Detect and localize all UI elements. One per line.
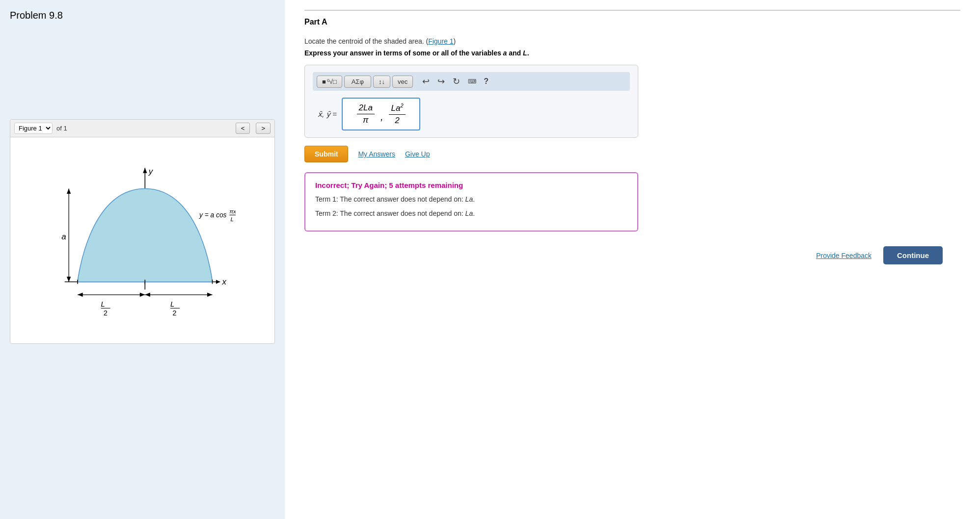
sqrt-button[interactable]: ■ ⁰√□ [317,76,342,88]
svg-text:y = a cos: y = a cos [199,211,226,219]
term2-denominator: 2 [393,115,401,126]
keyboard-button[interactable]: ⌨ [465,77,479,86]
svg-text:L: L [230,216,233,222]
figure-next-button[interactable]: > [256,123,271,134]
give-up-button[interactable]: Give Up [405,150,430,158]
svg-marker-15 [78,293,83,297]
figure-container: Figure 1 of 1 < > y x [10,119,275,344]
svg-text:L: L [101,300,105,308]
provide-feedback-button[interactable]: Provide Feedback [816,252,871,260]
feedback-box: Incorrect; Try Again; 5 attempts remaini… [304,172,638,232]
continue-button[interactable]: Continue [883,246,943,264]
comma-separator: , [381,111,383,126]
fraction-term1: 2La π [357,103,375,126]
feedback-term1: Term 1: The correct answer does not depe… [315,194,627,205]
svg-text:πx: πx [229,208,236,214]
svg-text:L: L [170,300,174,308]
svg-marker-21 [145,293,150,297]
math-content: 2La π , La2 2 [357,103,406,126]
action-row: Submit My Answers Give Up [304,146,960,162]
term1-denominator: π [361,114,370,125]
undo-button[interactable]: ↩ [419,75,433,88]
term2-numerator: La2 [389,103,405,115]
greek-button[interactable]: ΑΣφ [344,76,371,88]
toolbar-separator [416,76,416,87]
figure-of-text: of 1 [56,125,67,132]
svg-marker-16 [140,293,145,297]
svg-text:a: a [61,232,66,241]
figure-svg: y x y = a cos πx L a L 2 [49,147,236,334]
bottom-row: Provide Feedback Continue [304,246,943,264]
figure-prev-button[interactable]: < [236,123,250,134]
part-label: Part A [304,10,960,31]
svg-text:x: x [222,277,227,286]
superscript-2: 2 [400,103,403,108]
question-text: Locate the centroid of the shaded area. … [304,37,960,45]
figure-header: Figure 1 of 1 < > [10,120,274,137]
fraction-term2: La2 2 [389,103,405,126]
math-field-label: x̄, ȳ = [318,110,337,119]
term1-numerator: 2La [357,103,375,114]
math-field-row: x̄, ȳ = 2La π , La2 2 [313,98,630,130]
left-panel: Problem 9.8 Figure 1 of 1 < > [0,0,285,519]
figure-select[interactable]: Figure 1 [14,123,53,134]
math-input-area: ■ ⁰√□ ΑΣφ ↕↓ vec ↩ ↪ ↻ ⌨ ? x̄, ȳ = 2La π [304,65,638,138]
feedback-title: Incorrect; Try Again; 5 attempts remaini… [315,181,627,189]
question-text-prefix: Locate the centroid of the shaded area. … [304,37,428,45]
question-text-suffix: ) [454,37,456,45]
right-panel: Part A Locate the centroid of the shaded… [285,0,980,519]
sqrt-symbol: ⁰√□ [327,78,337,85]
svg-marker-12 [67,277,71,282]
problem-title: Problem 9.8 [10,10,275,21]
svg-text:2: 2 [172,309,176,317]
svg-marker-2 [216,280,220,284]
svg-marker-3 [143,168,147,173]
svg-marker-22 [207,293,213,297]
figure1-link[interactable]: Figure 1 [428,37,453,45]
redo-button[interactable]: ↪ [435,75,448,88]
help-button[interactable]: ? [481,76,491,87]
vec-button[interactable]: vec [392,76,413,88]
my-answers-button[interactable]: My Answers [358,150,395,158]
math-input-box[interactable]: 2La π , La2 2 [342,98,420,130]
express-text: Express your answer in terms of some or … [304,49,960,57]
arrows-button[interactable]: ↕↓ [373,76,390,88]
submit-button[interactable]: Submit [304,146,348,162]
svg-text:2: 2 [104,309,108,317]
svg-marker-11 [67,188,71,194]
math-toolbar: ■ ⁰√□ ΑΣφ ↕↓ vec ↩ ↪ ↻ ⌨ ? [313,72,630,91]
svg-text:y: y [148,167,154,176]
figure-diagram: y x y = a cos πx L a L 2 [10,137,274,343]
black-square-icon: ■ [322,78,326,85]
refresh-button[interactable]: ↻ [450,75,463,88]
feedback-term2: Term 2: The correct answer does not depe… [315,208,627,219]
